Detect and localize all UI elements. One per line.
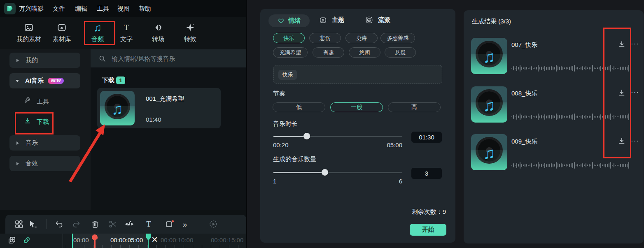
tab-stock-library[interactable]: 素材库 xyxy=(44,21,79,47)
beat-detect-icon[interactable] xyxy=(124,219,135,229)
download-section-title: 下载 xyxy=(102,76,114,84)
menu-help[interactable]: 帮助 xyxy=(139,5,151,13)
template-grid-icon[interactable] xyxy=(14,219,24,229)
mood-chip-sentimental[interactable]: 多愁善感 xyxy=(380,33,415,43)
close-x-icon[interactable]: × xyxy=(152,233,158,246)
menu-tools[interactable]: 工具 xyxy=(97,5,109,13)
wrench-icon xyxy=(24,97,31,106)
menu-edit[interactable]: 编辑 xyxy=(75,5,87,13)
mask-crop-icon[interactable] xyxy=(164,219,175,229)
redo-icon[interactable] xyxy=(71,219,82,229)
link-clips-icon[interactable] xyxy=(21,235,32,246)
mood-chip-relaxed[interactable]: 悠闲 xyxy=(349,47,380,58)
chevron-down-icon xyxy=(16,80,19,82)
more-tools-icon[interactable]: » xyxy=(180,219,190,229)
duration-slider-knob[interactable] xyxy=(303,133,310,139)
result-title: 007_快乐 xyxy=(511,41,537,49)
annotation-box-download-column xyxy=(603,28,631,158)
select-cursor-icon[interactable] xyxy=(27,219,38,229)
selected-moods-box: 快乐 xyxy=(273,65,442,84)
music-note-icon: ♫ xyxy=(483,96,495,114)
sidebar-item-my[interactable]: 我的 xyxy=(9,53,80,68)
count-max-label: 6 xyxy=(384,178,402,185)
result-title: 008_快乐 xyxy=(511,90,537,97)
duplicate-track-icon[interactable] xyxy=(7,235,17,246)
more-options-icon[interactable]: ··· xyxy=(631,88,639,97)
genre-icon xyxy=(365,16,373,24)
render-preview-icon[interactable] xyxy=(208,219,219,229)
tab-effects[interactable]: 特效 xyxy=(173,21,208,47)
timecode-label: 00:00:10:00 xyxy=(161,236,193,243)
theme-icon xyxy=(319,16,327,24)
annotation-box-download xyxy=(15,112,54,134)
chevron-right-icon xyxy=(16,162,19,165)
downloaded-music-item[interactable]: ♫ 001_充满希望 01:40 xyxy=(97,88,221,128)
timecode-label: 00:00:15:00 xyxy=(211,236,243,243)
delete-trash-icon[interactable] xyxy=(90,219,100,229)
ruler-boundary xyxy=(63,234,63,248)
app-logo-icon xyxy=(4,3,16,14)
menu-bar: 万兴喵影 文件 编辑 工具 视图 帮助 xyxy=(0,0,246,17)
chevron-right-icon xyxy=(16,59,19,62)
duration-max-label: 05:00 xyxy=(384,141,402,148)
tempo-high-button[interactable]: 高 xyxy=(388,102,441,112)
count-label: 生成的音乐数量 xyxy=(273,155,316,163)
music-note-icon: ♫ xyxy=(483,47,495,66)
menu-file[interactable]: 文件 xyxy=(53,5,65,13)
timeline-toolbar: T » xyxy=(5,215,246,234)
timecode-label: 00:00:05:00 xyxy=(110,236,143,243)
menu-view[interactable]: 视图 xyxy=(117,5,130,13)
mood-chip-sad[interactable]: 悲伤 xyxy=(309,33,341,43)
mood-chip-happy[interactable]: 快乐 xyxy=(273,33,305,43)
media-icon xyxy=(12,21,46,35)
media-tab-bar: 我的素材 素材库 ♫ 音频 T 文字 转场 xyxy=(0,17,246,49)
count-slider[interactable] xyxy=(273,169,402,176)
remaining-credits: 剩余次数：9 xyxy=(363,208,446,216)
tab-my-media[interactable]: 我的素材 xyxy=(12,21,46,47)
tab-genre[interactable]: 流派 xyxy=(365,16,390,24)
more-options-icon[interactable]: ··· xyxy=(631,137,639,145)
search-input[interactable] xyxy=(111,55,234,63)
more-options-icon[interactable]: ··· xyxy=(631,40,639,48)
tempo-normal-button[interactable]: 一般 xyxy=(330,102,383,112)
mood-chip-funny[interactable]: 有趣 xyxy=(313,47,344,58)
panel-divider xyxy=(246,0,247,248)
toolbar-divider xyxy=(47,219,47,229)
tab-mood[interactable]: 情绪 xyxy=(268,14,310,27)
duration-label: 音乐时长 xyxy=(273,120,298,128)
tempo-low-button[interactable]: 低 xyxy=(273,102,325,112)
ai-music-panel: 情绪 主题 流派 快乐 悲伤 史诗 多愁善感 充满希望 有趣 悠闲 悬疑 快乐 … xyxy=(260,9,455,243)
tab-theme[interactable]: 主题 xyxy=(319,16,344,24)
new-badge: NEW xyxy=(48,78,64,84)
timeline-ruler[interactable]: 00:00 00:00:05:00 00:00:10:00 00:00:15:0… xyxy=(0,234,246,248)
sidebar-item-tools[interactable]: 工具 xyxy=(24,97,49,106)
mood-chip-epic[interactable]: 史诗 xyxy=(345,33,378,43)
split-scissors-icon[interactable] xyxy=(107,219,118,229)
heart-icon xyxy=(278,17,285,24)
count-value-box[interactable]: 3 xyxy=(411,168,442,179)
transition-icon xyxy=(141,21,175,35)
music-thumbnail[interactable]: ♫ xyxy=(471,38,507,74)
chevron-right-icon xyxy=(16,141,19,145)
mood-chip-suspense[interactable]: 悬疑 xyxy=(385,47,416,58)
music-thumbnail[interactable]: ♫ xyxy=(471,86,507,123)
music-duration: 01:40 xyxy=(146,116,161,123)
tab-transition[interactable]: 转场 xyxy=(141,21,175,47)
range-start-marker[interactable] xyxy=(72,234,73,248)
undo-icon[interactable] xyxy=(54,219,65,229)
duration-value-box[interactable]: 01:30 xyxy=(411,132,442,143)
timecode-label: 00:00 xyxy=(73,236,89,243)
results-header: 生成结果 (3/3) xyxy=(472,18,511,25)
selected-mood-tag[interactable]: 快乐 xyxy=(278,70,297,80)
library-icon xyxy=(44,21,79,35)
mood-chip-hopeful[interactable]: 充满希望 xyxy=(273,47,308,58)
count-slider-knob[interactable] xyxy=(322,169,328,176)
start-button[interactable]: 开始 xyxy=(410,224,446,236)
music-thumbnail[interactable]: ♫ xyxy=(471,134,507,170)
music-note-icon: ♫ xyxy=(112,100,124,118)
annotation-box-audio-tab xyxy=(84,21,115,45)
sidebar-item-ai-music[interactable]: AI音乐 NEW xyxy=(9,73,80,88)
music-title: 001_充满希望 xyxy=(146,95,184,103)
text-tool-icon[interactable]: T xyxy=(143,219,154,229)
duration-slider[interactable] xyxy=(273,133,402,139)
